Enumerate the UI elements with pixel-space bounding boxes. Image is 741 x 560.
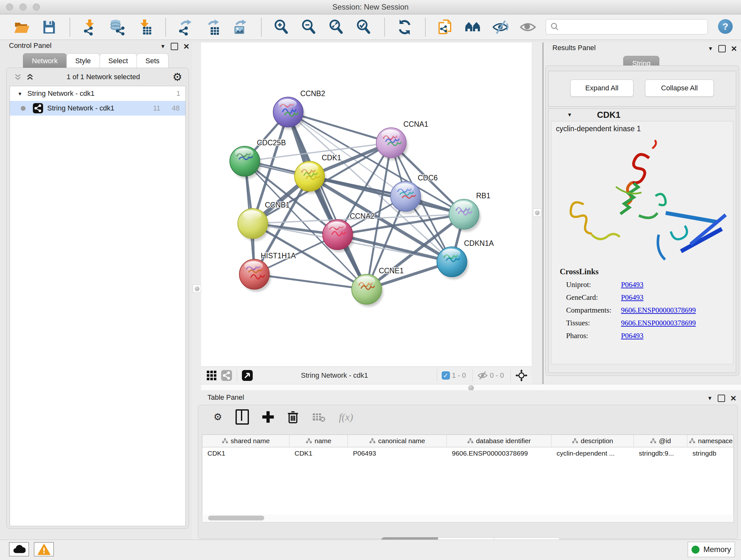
collection-count: 1 (177, 89, 180, 98)
float-panel-icon[interactable]: ▼ (708, 46, 713, 52)
node-table[interactable]: shared namenamecanonical namedatabase id… (202, 435, 734, 515)
zoom-selected-icon[interactable] (355, 19, 372, 36)
column-header-namespace[interactable]: namespace (687, 435, 734, 447)
column-header--id[interactable]: @id (634, 435, 687, 447)
copy-network-icon[interactable] (437, 19, 454, 36)
eye-slash-icon[interactable] (492, 19, 509, 36)
crosslink-link[interactable]: P06493 (621, 294, 643, 302)
network-node[interactable] (437, 247, 468, 279)
import-table-icon[interactable] (137, 19, 153, 36)
network-node[interactable] (230, 146, 261, 179)
close-panel-icon[interactable]: ✕ (730, 395, 737, 401)
maximize-panel-icon[interactable] (718, 45, 726, 52)
network-selected-status: 1 of 1 Network selected (34, 73, 173, 81)
column-header-shared-name[interactable]: shared name (202, 435, 289, 447)
zoom-out-icon[interactable] (300, 19, 317, 36)
close-window-icon[interactable] (6, 3, 13, 10)
table-row[interactable]: CDK1CDK1P064939606.ENSP00000378699cyclin… (202, 447, 733, 459)
view-share-icon[interactable] (221, 370, 232, 381)
collapse-all-button[interactable]: Collapse All (645, 79, 714, 97)
crosslink-label: GeneCard: (566, 294, 621, 302)
network-node[interactable] (239, 259, 271, 292)
network-view-canvas[interactable]: CCNB2CCNA1CDC25BCDK1CDC6RB1CCNB1CCNA2CDK… (201, 43, 532, 367)
help-button[interactable]: ? (718, 19, 733, 34)
memory-button[interactable]: Memory (688, 542, 735, 557)
network-share-icon (32, 103, 44, 114)
zoom-fit-icon[interactable] (328, 19, 345, 36)
minimize-window-icon[interactable] (19, 3, 26, 10)
float-panel-icon[interactable]: ▼ (707, 395, 713, 401)
create-column-icon[interactable] (262, 411, 274, 423)
scrollbar-thumb[interactable] (208, 516, 264, 520)
collapse-all-icon[interactable] (14, 73, 22, 81)
refresh-layout-icon[interactable] (396, 19, 413, 36)
cloud-button[interactable] (9, 542, 29, 557)
zoom-window-icon[interactable] (33, 3, 40, 10)
column-header-canonical-name[interactable]: canonical name (348, 435, 447, 447)
table-options-gear-icon[interactable]: ⚙ (213, 412, 222, 422)
close-panel-icon[interactable]: ✕ (183, 44, 190, 50)
delete-table-icon (312, 412, 326, 422)
right-splitter-handle[interactable] (533, 208, 541, 217)
network-node[interactable] (449, 199, 481, 232)
import-database-icon[interactable] (109, 19, 126, 36)
eye-icon[interactable] (520, 19, 536, 36)
search-box[interactable] (546, 19, 708, 35)
grid-view-icon[interactable] (207, 371, 216, 380)
expand-all-button[interactable]: Expand All (570, 79, 633, 97)
network-edge[interactable] (254, 274, 367, 289)
node-label: CDC25B (257, 138, 286, 147)
open-session-icon[interactable] (13, 19, 30, 36)
column-header-name[interactable]: name (289, 435, 348, 447)
network-node[interactable] (376, 128, 408, 160)
search-input[interactable] (562, 22, 708, 31)
houses-icon[interactable] (465, 19, 481, 36)
node-label: CCNA2 (350, 212, 375, 220)
tree-expander-icon[interactable]: ▼ (17, 91, 22, 97)
crosslink-row: Uniprot:P06493 (566, 281, 733, 289)
show-columns-icon[interactable] (235, 409, 249, 425)
network-edge[interactable] (310, 176, 464, 214)
left-splitter-handle[interactable] (193, 285, 201, 293)
birdseye-view-icon[interactable] (242, 370, 253, 381)
crosslink-link[interactable]: 9606.ENSP00000378699 (621, 306, 696, 314)
maximize-panel-icon[interactable] (718, 395, 725, 402)
crosslinks-title: CrossLinks (560, 267, 733, 276)
bottom-splitter[interactable] (201, 384, 741, 391)
right-splitter[interactable] (532, 43, 542, 384)
network-row[interactable]: String Network - cdk1 11 48 (10, 101, 185, 116)
delete-column-icon[interactable] (287, 411, 299, 423)
entry-header[interactable]: ▼ CDK1 (549, 109, 736, 121)
maximize-panel-icon[interactable] (171, 43, 178, 50)
tab-sets[interactable]: Sets (137, 53, 169, 68)
zoom-in-icon[interactable] (273, 19, 290, 36)
tab-network[interactable]: Network (23, 53, 67, 68)
crosslink-link[interactable]: P06493 (621, 332, 643, 340)
column-header-database-identifier[interactable]: database identifier (447, 435, 551, 447)
column-header-description[interactable]: description (551, 435, 634, 447)
warning-button[interactable] (34, 542, 54, 557)
entry-expander-icon[interactable]: ▼ (567, 112, 572, 118)
control-panel: Control Panel ▼ ✕ NetworkStyleSelectSets… (3, 41, 192, 529)
crosshair-icon[interactable] (515, 369, 528, 382)
crosslink-row: Tissues:9606.ENSP00000378699 (566, 319, 733, 327)
network-node[interactable] (294, 161, 326, 194)
tab-select[interactable]: Select (99, 53, 137, 68)
selected-checkbox-icon[interactable]: ✓ (442, 371, 450, 380)
float-panel-icon[interactable]: ▼ (160, 44, 165, 50)
network-node[interactable] (391, 181, 422, 214)
network-options-gear-icon[interactable]: ⚙ (173, 72, 182, 82)
tab-style[interactable]: Style (66, 53, 100, 68)
close-panel-icon[interactable]: ✕ (731, 46, 737, 52)
save-session-icon[interactable] (41, 19, 57, 36)
expand-all-icon[interactable] (26, 73, 34, 81)
network-collection-row[interactable]: ▼ String Network - cdk1 1 (10, 86, 185, 101)
crosslink-link[interactable]: 9606.ENSP00000378699 (621, 319, 696, 327)
export-image-icon[interactable] (232, 19, 249, 36)
crosslink-link[interactable]: P06493 (621, 281, 643, 289)
network-tab-panel: 1 of 1 Network selected ⚙ ▼ String Netwo… (6, 68, 189, 529)
export-network-icon[interactable] (178, 19, 194, 36)
horizontal-scrollbar[interactable] (202, 514, 734, 522)
export-table-icon[interactable] (205, 19, 221, 36)
import-network-icon[interactable] (82, 19, 98, 36)
